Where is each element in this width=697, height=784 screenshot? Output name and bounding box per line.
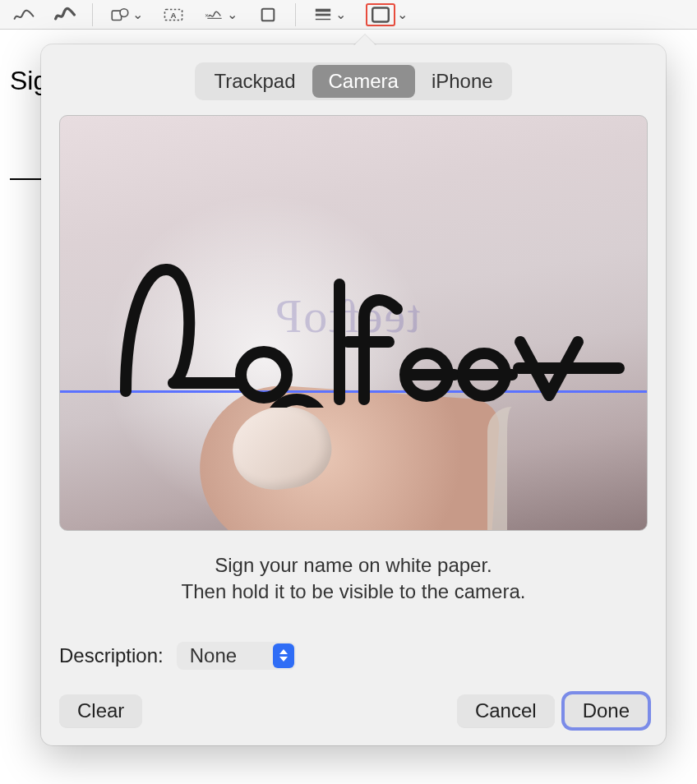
select-stepper-icon [273,643,294,668]
description-label: Description: [59,644,164,667]
clear-button[interactable]: Clear [59,694,142,727]
sign-dropdown[interactable]: ✕ ⌄ [197,4,244,25]
line-style-dropdown[interactable]: ⌄ [306,4,353,25]
svg-text:A: A [170,11,176,20]
border-icon [366,3,395,26]
tab-camera[interactable]: Camera [312,65,415,98]
chevron-down-icon: ⌄ [227,7,238,22]
svg-rect-6 [262,8,275,21]
description-value: None [190,644,273,667]
crop-icon[interactable] [251,4,285,25]
camera-preview: teeftoP [59,115,648,531]
cancel-button[interactable]: Cancel [457,694,555,727]
done-button[interactable]: Done [565,694,648,727]
description-select[interactable]: None [177,642,296,670]
signature-source-tabs: Trackpad Camera iPhone [195,62,511,100]
description-row: Description: None [59,642,648,670]
squiggle-draw-icon[interactable] [7,4,41,25]
svg-rect-10 [372,7,389,21]
svg-point-1 [120,8,128,16]
instructions-text: Sign your name on white paper. Then hold… [59,552,648,606]
tab-trackpad[interactable]: Trackpad [197,65,312,98]
chevron-down-icon: ⌄ [335,7,346,22]
popover-button-row: Clear Cancel Done [59,694,648,727]
chevron-down-icon: ⌄ [397,7,408,22]
markup-toolbar: ⌄ A ✕ ⌄ ⌄ ⌄ [0,0,697,30]
toolbar-separator [295,3,296,26]
brush-draw-icon[interactable] [48,4,82,25]
captured-signature [93,260,635,408]
toolbar-separator [92,3,93,26]
tab-iphone[interactable]: iPhone [415,65,510,98]
chevron-down-icon: ⌄ [132,7,143,22]
shapes-dropdown[interactable]: ⌄ [103,4,150,25]
text-box-icon[interactable]: A [156,4,191,25]
popover-arrow [353,35,376,46]
border-style-dropdown[interactable]: ⌄ [359,2,414,28]
signature-popover: Trackpad Camera iPhone teeftoP Sign your… [41,44,666,745]
